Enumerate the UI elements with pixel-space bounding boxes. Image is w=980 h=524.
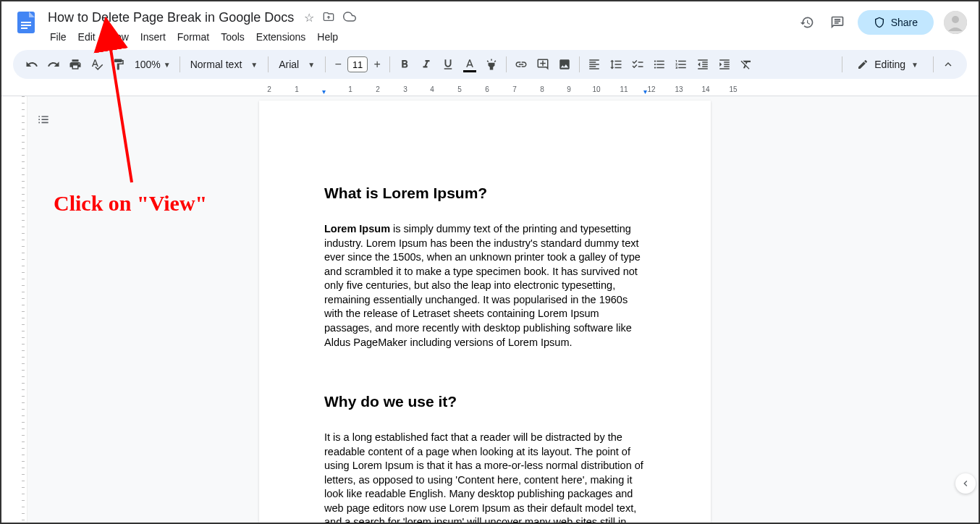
- horizontal-ruler[interactable]: ▾ ▾ 21123456789101112131415: [1, 85, 979, 96]
- move-icon[interactable]: [323, 11, 334, 25]
- menu-help[interactable]: Help: [312, 28, 343, 46]
- menu-file[interactable]: File: [45, 28, 72, 46]
- bold-button[interactable]: [394, 54, 415, 75]
- right-margin-marker-icon[interactable]: ▾: [643, 88, 647, 96]
- menu-tools[interactable]: Tools: [216, 28, 250, 46]
- ruler-number: 15: [729, 85, 737, 93]
- paint-format-button[interactable]: [109, 54, 129, 75]
- menu-extensions[interactable]: Extensions: [251, 28, 311, 46]
- paragraph-1[interactable]: Lorem Ipsum is simply dummy text of the …: [324, 222, 646, 350]
- print-button[interactable]: [65, 54, 85, 75]
- add-comment-button[interactable]: [533, 54, 553, 75]
- ruler-number: 1: [348, 85, 352, 93]
- ruler-number: 1: [295, 85, 299, 93]
- svg-point-5: [952, 16, 959, 23]
- ruler-number: 11: [620, 85, 628, 93]
- ruler-number: 2: [267, 85, 271, 93]
- ruler-number: 14: [701, 85, 709, 93]
- menu-insert[interactable]: Insert: [135, 28, 171, 46]
- highlight-button[interactable]: [481, 54, 502, 75]
- ruler-number: 13: [675, 85, 683, 93]
- ruler-number: 8: [540, 85, 544, 93]
- numbered-list-button[interactable]: [671, 54, 691, 75]
- ruler-number: 3: [403, 85, 407, 93]
- comments-icon[interactable]: [827, 12, 848, 33]
- last-edit-icon[interactable]: [797, 12, 817, 33]
- header-bar: How to Delete Page Break in Google Docs …: [1, 1, 979, 46]
- title-area: How to Delete Page Break in Google Docs …: [45, 6, 797, 46]
- toolbar: 100%▼ Normal text▼ Arial▼ − +: [13, 50, 967, 79]
- ruler-number: 7: [512, 85, 517, 93]
- clear-format-button[interactable]: [736, 54, 756, 75]
- star-icon[interactable]: ☆: [304, 11, 314, 25]
- share-button[interactable]: Share: [858, 10, 934, 35]
- account-avatar[interactable]: [944, 11, 967, 34]
- ruler-number: 6: [485, 85, 489, 93]
- menu-format[interactable]: Format: [172, 28, 214, 46]
- ruler-number: 2: [376, 85, 380, 93]
- svg-rect-3: [21, 28, 28, 29]
- svg-rect-2: [21, 25, 31, 26]
- italic-button[interactable]: [416, 54, 436, 75]
- paragraph-2[interactable]: It is a long established fact that a rea…: [324, 431, 646, 523]
- align-button[interactable]: [584, 54, 604, 75]
- text-color-button[interactable]: [460, 54, 480, 75]
- increase-indent-button[interactable]: [714, 54, 735, 75]
- vertical-ruler[interactable]: [1, 96, 28, 523]
- line-spacing-button[interactable]: [606, 54, 626, 75]
- share-label: Share: [891, 17, 918, 28]
- document-page[interactable]: What is Lorem Ipsum? Lorem Ipsum is simp…: [259, 101, 711, 523]
- bulleted-list-button[interactable]: [649, 54, 669, 75]
- underline-button[interactable]: [438, 54, 458, 75]
- svg-rect-1: [21, 22, 31, 23]
- increase-font-size-button[interactable]: +: [369, 56, 385, 72]
- undo-button[interactable]: [22, 54, 42, 75]
- spellcheck-button[interactable]: [87, 54, 107, 75]
- editing-mode-button[interactable]: Editing ▼: [847, 56, 929, 73]
- ruler-number: 4: [430, 85, 434, 93]
- document-title[interactable]: How to Delete Page Break in Google Docs: [45, 9, 297, 27]
- menu-bar: File Edit View Insert Format Tools Exten…: [45, 28, 797, 46]
- docs-logo-icon[interactable]: [13, 9, 39, 35]
- paragraph-style-dropdown[interactable]: Normal text▼: [185, 59, 263, 70]
- heading-1[interactable]: What is Lorem Ipsum?: [324, 185, 646, 202]
- checklist-button[interactable]: [628, 54, 648, 75]
- left-margin-marker-icon[interactable]: ▾: [322, 88, 326, 96]
- cloud-status-icon[interactable]: [343, 10, 356, 26]
- document-outline-button[interactable]: [33, 110, 54, 130]
- zoom-dropdown[interactable]: 100%▼: [130, 59, 175, 70]
- menu-edit[interactable]: Edit: [73, 28, 101, 46]
- decrease-indent-button[interactable]: [693, 54, 713, 75]
- ruler-number: 5: [457, 85, 462, 93]
- insert-image-button[interactable]: [554, 54, 575, 75]
- ruler-number: 12: [647, 85, 655, 93]
- heading-2[interactable]: Why do we use it?: [324, 393, 646, 410]
- ruler-number: 9: [567, 85, 571, 93]
- ruler-number: 10: [592, 85, 600, 93]
- collapse-toolbar-button[interactable]: [938, 54, 958, 75]
- redo-button[interactable]: [43, 54, 64, 75]
- decrease-font-size-button[interactable]: −: [330, 56, 346, 72]
- insert-link-button[interactable]: [511, 54, 531, 75]
- font-dropdown[interactable]: Arial▼: [273, 59, 321, 70]
- menu-view[interactable]: View: [102, 28, 134, 46]
- side-panel-toggle-icon[interactable]: [955, 473, 976, 494]
- font-size-input[interactable]: [347, 56, 368, 72]
- document-canvas: What is Lorem Ipsum? Lorem Ipsum is simp…: [28, 96, 979, 523]
